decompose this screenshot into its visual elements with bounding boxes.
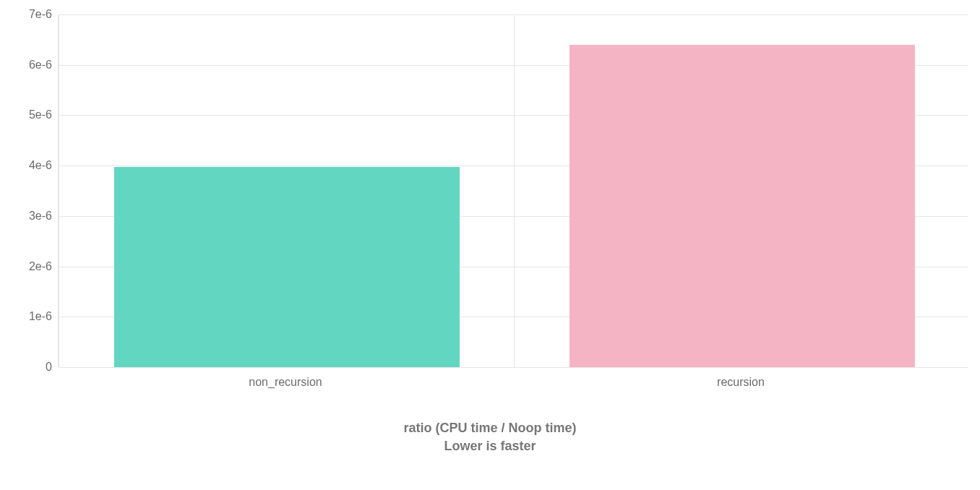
chart-caption: ratio (CPU time / Noop time) Lower is fa… [0,419,980,455]
y-tick-label: 7e-6 [9,8,52,21]
y-tick-label: 3e-6 [9,210,52,223]
bar-recursion [569,45,916,367]
x-tick-label: non_recursion [249,376,322,389]
center-gridline [514,14,515,367]
y-tick-label: 1e-6 [9,310,52,323]
y-tick-label: 0 [9,361,52,374]
gridline [59,367,968,368]
bar-non_recursion [114,167,460,367]
y-tick-label: 6e-6 [9,59,52,72]
caption-line-1: ratio (CPU time / Noop time) [0,419,980,437]
y-tick-label: 5e-6 [9,108,52,121]
caption-line-2: Lower is faster [0,437,980,455]
y-tick-label: 2e-6 [9,260,52,273]
chart-container: ratio (CPU time / Noop time) Lower is fa… [0,0,980,490]
plot-area [58,14,968,367]
gridline [59,14,968,15]
x-tick-label: recursion [717,376,765,389]
y-tick-label: 4e-6 [9,159,52,172]
